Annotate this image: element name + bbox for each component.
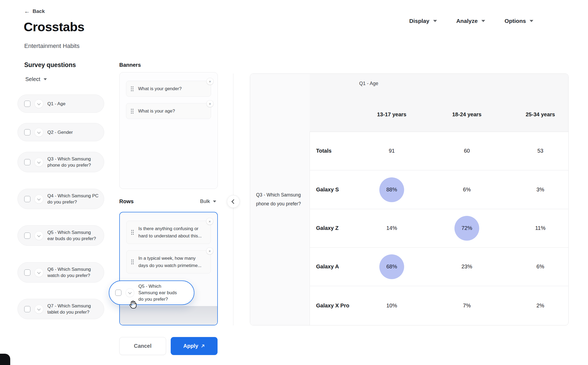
- question-pill-q1[interactable]: Q1 - Age: [18, 94, 104, 113]
- column-header: 13-17 years: [362, 111, 421, 118]
- bulk-dropdown[interactable]: Bulk: [198, 198, 218, 205]
- question-checkbox[interactable]: [24, 129, 30, 135]
- question-pill-q4[interactable]: Q4 - Which Samsung PC do you prefer?: [18, 189, 104, 209]
- question-label: Q2 - Gender: [47, 129, 73, 135]
- column-header: 25-34 years: [511, 111, 569, 118]
- table-row-galaxy-s: Galaxy S 88% 6% 3%: [310, 170, 569, 209]
- table-header: Q1 - Age 13-17 years 18-24 years 25-34 y…: [310, 74, 569, 132]
- table-cell: 72%: [437, 209, 496, 247]
- close-icon: ×: [209, 102, 211, 106]
- question-label: Q6 - Which Samsung watch do you prefer?: [47, 266, 99, 279]
- options-menu-button[interactable]: Options: [505, 18, 533, 24]
- question-label: Q3 - Which Samsung phone do you prefer?: [47, 156, 99, 168]
- remove-banner-button[interactable]: ×: [206, 100, 214, 107]
- cell-value: 88%: [386, 187, 397, 193]
- analyze-menu-button[interactable]: Analyze: [456, 18, 485, 24]
- row-label: Totals: [316, 132, 331, 170]
- chevron-down-icon: [37, 130, 41, 134]
- caret-down-icon: [481, 20, 485, 22]
- row-item-label: In a typical week, how many days do you …: [138, 255, 203, 269]
- analyze-menu-label: Analyze: [456, 18, 478, 24]
- expand-chevron-button[interactable]: [34, 158, 43, 167]
- highlight-bubble: 88%: [379, 177, 404, 202]
- banner-question-label: Q1 - Age: [359, 81, 378, 86]
- apply-button-label: Apply: [183, 343, 198, 349]
- cancel-button[interactable]: Cancel: [119, 337, 166, 355]
- question-pill-q5[interactable]: Q5 - Which Samsung ear buds do you prefe…: [18, 225, 104, 246]
- banner-item-age[interactable]: What is your age? ×: [126, 103, 211, 119]
- remove-row-button[interactable]: ×: [206, 218, 213, 225]
- select-dropdown[interactable]: Select: [24, 76, 48, 83]
- drag-handle-icon[interactable]: [131, 259, 134, 265]
- close-icon: ×: [209, 219, 211, 223]
- drag-handle-icon[interactable]: [131, 86, 134, 92]
- drag-handle-icon[interactable]: [131, 230, 134, 235]
- question-checkbox[interactable]: [24, 233, 30, 239]
- display-menu-button[interactable]: Display: [409, 18, 437, 24]
- row-item-primetime[interactable]: In a typical week, how many days do you …: [126, 250, 211, 273]
- back-label: Back: [33, 8, 45, 14]
- chevron-down-icon: [37, 197, 41, 200]
- cell-value: 23%: [461, 264, 472, 270]
- question-pill-q7[interactable]: Q7 - Which Samsung tablet do you prefer?: [18, 299, 104, 319]
- expand-chevron-button[interactable]: [34, 128, 43, 137]
- expand-chevron-button[interactable]: [125, 288, 134, 297]
- caret-down-icon: [44, 78, 47, 80]
- cell-value: 6%: [463, 187, 471, 193]
- table-cell: 3%: [511, 170, 569, 209]
- back-button[interactable]: ← Back: [24, 8, 45, 15]
- expand-chevron-button[interactable]: [34, 99, 43, 108]
- table-cell: 14%: [362, 209, 421, 247]
- question-checkbox[interactable]: [24, 159, 30, 165]
- table-cell: 91: [362, 132, 421, 170]
- select-dropdown-label: Select: [25, 76, 40, 82]
- chevron-down-icon: [128, 291, 132, 294]
- banners-panel: What is your gender? × What is your age?…: [119, 72, 218, 189]
- table-row-galaxy-x-pro: Galaxy X Pro 10% 7% 2%: [310, 286, 569, 325]
- expand-chevron-button[interactable]: [34, 268, 43, 277]
- column-header: 18-24 years: [437, 111, 496, 118]
- cell-value: 11%: [535, 225, 546, 231]
- apply-button[interactable]: Apply: [171, 337, 218, 355]
- row-item-label: Is there anything confusing or hard to u…: [138, 225, 203, 240]
- drag-handle-icon[interactable]: [131, 108, 134, 114]
- expand-chevron-button[interactable]: [34, 195, 43, 203]
- display-menu-label: Display: [409, 18, 429, 24]
- table-cell: 10%: [362, 286, 421, 325]
- cell-value: 91: [389, 148, 395, 154]
- expand-chevron-button[interactable]: [34, 305, 43, 314]
- cell-value: 14%: [386, 225, 397, 231]
- dragged-question-pill-q5[interactable]: Q5 - Which Samsung ear buds do you prefe…: [109, 280, 194, 305]
- rows-header: Rows Bulk: [119, 198, 218, 205]
- expand-chevron-button[interactable]: [34, 231, 43, 240]
- banner-item-gender[interactable]: What is your gender? ×: [126, 81, 211, 97]
- question-checkbox[interactable]: [24, 269, 30, 276]
- question-label: Q5 - Which Samsung ear buds do you prefe…: [47, 229, 99, 242]
- question-checkbox[interactable]: [24, 306, 30, 312]
- options-menu-label: Options: [505, 18, 526, 24]
- table-cell: 23%: [437, 247, 496, 286]
- question-checkbox[interactable]: [115, 290, 121, 296]
- question-label: Q7 - Which Samsung tablet do you prefer?: [47, 303, 99, 315]
- banner-item-label: What is your age?: [138, 107, 175, 115]
- row-question-label: Q3 - Which Samsung phone do you prefer?: [250, 191, 310, 208]
- highlight-bubble: 72%: [454, 216, 479, 241]
- cancel-button-label: Cancel: [134, 343, 152, 349]
- hand-cursor-icon: [128, 299, 138, 310]
- remove-row-button[interactable]: ×: [206, 247, 213, 254]
- question-pill-q2[interactable]: Q2 - Gender: [18, 123, 104, 141]
- banner-item-label: What is your gender?: [138, 85, 182, 92]
- row-label: Galaxy A: [316, 247, 339, 286]
- table-cell: 11%: [511, 209, 569, 247]
- row-item-confusing[interactable]: Is there anything confusing or hard to u…: [126, 221, 211, 244]
- cell-value: 3%: [537, 187, 544, 193]
- question-pill-q6[interactable]: Q6 - Which Samsung watch do you prefer?: [18, 262, 104, 283]
- table-cell: 53: [511, 132, 569, 170]
- question-pill-q3[interactable]: Q3 - Which Samsung phone do you prefer?: [18, 152, 104, 172]
- collapse-panel-button[interactable]: [227, 195, 240, 208]
- table-row-totals: Totals 91 60 53: [310, 132, 569, 170]
- question-checkbox[interactable]: [24, 101, 30, 107]
- remove-banner-button[interactable]: ×: [206, 78, 214, 85]
- question-checkbox[interactable]: [24, 196, 30, 202]
- caret-down-icon: [530, 20, 533, 22]
